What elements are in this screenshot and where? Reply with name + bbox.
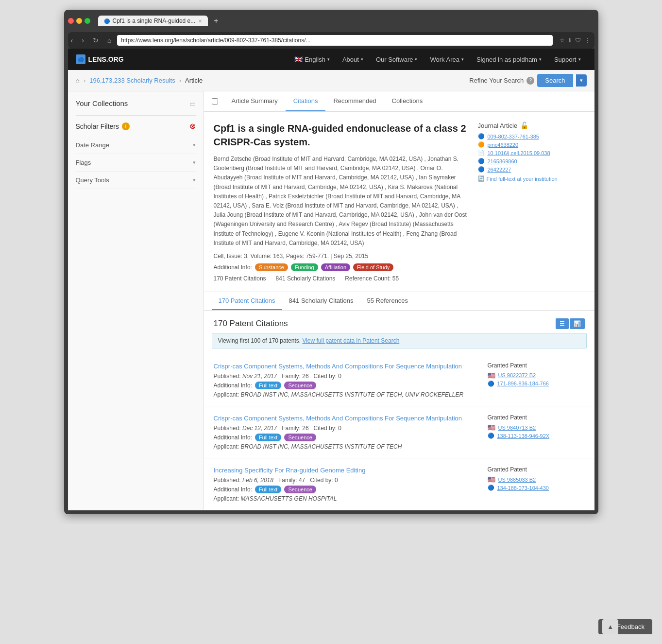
badge-fulltext[interactable]: Full text: [255, 382, 282, 389]
patent-lens-id[interactable]: 171-896-836-184-766: [497, 381, 549, 386]
badge-fulltext[interactable]: Full text: [255, 434, 282, 441]
citation-tab-references-label: 55 References: [367, 297, 408, 304]
reload-button[interactable]: ↻: [90, 36, 102, 44]
citation-tab-references[interactable]: 55 References: [360, 292, 415, 310]
tab-collections[interactable]: Collections: [384, 91, 431, 111]
article-stats: 170 Patent Citations 841 Scholarly Citat…: [214, 275, 468, 282]
filter-clear-icon[interactable]: ⊗: [189, 122, 196, 131]
patent-applicant: Applicant: BROAD INST INC, MASSACHUSETTS…: [214, 391, 478, 398]
chart-view-icon[interactable]: 📊: [570, 318, 585, 329]
home-icon[interactable]: ⌂: [76, 77, 80, 85]
patent-item-body: Crispr-cas Component Systems, Methods An…: [214, 362, 478, 398]
us-flag-icon: 🇺🇸: [488, 424, 495, 431]
sidebar-divider: [76, 115, 196, 116]
patent-list-title: 170 Patent Citations: [214, 319, 288, 329]
patent-number[interactable]: US 9822372 B2: [498, 372, 536, 378]
patent-title[interactable]: Crispr-cas Component Systems, Methods An…: [214, 362, 478, 371]
article-main: Cpf1 is a single RNA-guided endonuclease…: [214, 122, 585, 282]
search-dropdown[interactable]: ▾: [576, 74, 587, 87]
article-title: Cpf1 is a single RNA-guided endonuclease…: [214, 122, 468, 149]
menu-icon[interactable]: ⋮: [585, 37, 591, 44]
info-icon[interactable]: ℹ: [569, 37, 571, 44]
nav-signed-in[interactable]: Signed in as poldham ▾: [471, 52, 547, 67]
tab-article-summary[interactable]: Article Summary: [224, 91, 286, 111]
find-fulltext-link[interactable]: 🔄 Find full-text at your institution: [478, 175, 585, 182]
lens-icon: 🔵: [478, 133, 485, 139]
citation-tab-patent[interactable]: 170 Patent Citations: [212, 292, 282, 310]
patent-item: Crispr-cas Component Systems, Methods An…: [204, 406, 594, 458]
lens-icon: 🔵: [488, 433, 494, 439]
us-flag-icon: 🇺🇸: [488, 476, 495, 483]
patent-lens-id[interactable]: 138-113-138-946-92X: [497, 433, 550, 439]
tab-close-icon[interactable]: ✕: [198, 18, 202, 24]
browser-tab[interactable]: 🔵 Cpf1 is a single RNA-guided e... ✕: [98, 16, 208, 26]
new-tab-button[interactable]: +: [214, 17, 218, 25]
browser-dot-maximize[interactable]: [85, 18, 90, 24]
app-content: 🔵 LENS.ORG 🇬🇧 English ▾ About ▾ Our Soft…: [68, 49, 594, 510]
browser-dot-close[interactable]: [68, 18, 74, 24]
article-authors: Bernd Zetsche (Broad Institute of MIT an…: [214, 155, 468, 248]
shield-icon[interactable]: 🛡: [575, 37, 581, 44]
badge-funding[interactable]: Funding: [291, 263, 318, 271]
badge-substance[interactable]: Substance: [255, 263, 288, 271]
journal-id-lens[interactable]: 🔵 009-802-337-761-385: [478, 133, 585, 139]
patent-applicant-name: BROAD INST INC, MASSACHUSETTS INSTITUTE …: [241, 391, 464, 398]
patent-item-body: Increasing Specificity For Rna-guided Ge…: [214, 466, 478, 502]
browser-dot-minimize[interactable]: [76, 18, 82, 24]
filter-date-range[interactable]: Date Range ▾: [76, 137, 196, 154]
list-view-icon[interactable]: ☰: [556, 318, 569, 329]
patent-title[interactable]: Increasing Specificity For Rna-guided Ge…: [214, 466, 478, 475]
patent-lens-id[interactable]: 134-188-073-104-430: [497, 485, 549, 491]
additional-label: Additional Info:: [214, 264, 252, 271]
authors-text: Bernd Zetsche (Broad Institute of MIT an…: [214, 156, 467, 246]
patent-number[interactable]: US 9885033 B2: [498, 477, 536, 483]
journal-id-pmc[interactable]: 🟠 pmc4638220: [478, 141, 585, 148]
additional-label: Additional Info:: [214, 486, 252, 493]
nav-items: 🇬🇧 English ▾ About ▾ Our Software ▾ Work…: [289, 52, 586, 67]
chevron-down-icon: ▾: [327, 57, 330, 62]
badge-sequence[interactable]: Sequence: [284, 486, 316, 493]
badge-affiliation[interactable]: Affiliation: [321, 263, 350, 271]
forward-button[interactable]: ›: [79, 36, 87, 44]
patent-item: Crispr-cas Component Systems, Methods An…: [204, 354, 594, 406]
patent-search-link[interactable]: View full patent data in Patent Search: [302, 337, 399, 344]
open-access-icon: 🔓: [520, 122, 528, 129]
journal-id-mag-text: 2165869860: [488, 158, 517, 164]
article-checkbox[interactable]: [212, 98, 218, 104]
badge-sequence[interactable]: Sequence: [284, 382, 316, 389]
filter-flags[interactable]: Flags ▾: [76, 154, 196, 172]
nav-work-area[interactable]: Work Area ▾: [424, 52, 469, 67]
badge-sequence[interactable]: Sequence: [284, 434, 316, 441]
filter-info-icon[interactable]: i: [122, 122, 130, 130]
badge-field-of-study[interactable]: Field of Study: [353, 263, 393, 271]
nav-english[interactable]: 🇬🇧 English ▾: [289, 52, 336, 67]
app-logo[interactable]: 🔵 LENS.ORG: [76, 54, 124, 64]
breadcrumb-results[interactable]: 196,173,233 Scholarly Results: [89, 77, 175, 84]
journal-id-doi[interactable]: 📄 10.1016/j.cell.2015.09.038: [478, 150, 585, 156]
stat-scholarly-citations: 841 Scholarly Citations: [276, 275, 336, 282]
home-button[interactable]: ⌂: [104, 36, 114, 44]
nav-support[interactable]: Support ▾: [548, 52, 587, 67]
patent-id-us: 🇺🇸 US 9885033 B2: [488, 476, 585, 483]
nav-about[interactable]: About ▾: [337, 52, 369, 67]
patent-title[interactable]: Crispr-cas Component Systems, Methods An…: [214, 414, 478, 423]
tab-recommended[interactable]: Recommended: [325, 91, 384, 111]
breadcrumb-separator: ›: [84, 77, 85, 84]
journal-id-mag[interactable]: 🔵 2165869860: [478, 158, 585, 164]
journal-id-pmid-text: 26422227: [488, 167, 511, 173]
back-button[interactable]: ‹: [68, 36, 76, 44]
citation-tab-scholarly[interactable]: 841 Scholarly Citations: [282, 292, 360, 310]
collections-expand-icon[interactable]: ▭: [189, 100, 196, 107]
nav-our-software[interactable]: Our Software ▾: [370, 52, 424, 67]
journal-id-pmid[interactable]: 🔵 26422227: [478, 166, 585, 173]
patent-number[interactable]: US 9840713 B2: [498, 425, 536, 431]
chevron-down-icon: ▾: [415, 57, 417, 62]
filter-query-tools[interactable]: Query Tools ▾: [76, 172, 196, 189]
scholar-filters-title: Scholar Filters: [76, 122, 119, 130]
tab-citations[interactable]: Citations: [286, 91, 326, 111]
search-button[interactable]: Search: [537, 74, 573, 87]
badge-fulltext[interactable]: Full text: [255, 486, 282, 493]
address-bar[interactable]: [117, 35, 552, 46]
help-icon[interactable]: ?: [526, 77, 534, 85]
star-icon[interactable]: ☆: [560, 37, 565, 44]
